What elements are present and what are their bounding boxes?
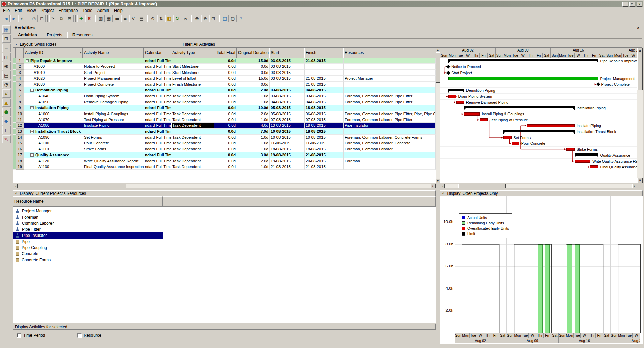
collapse-expand-box[interactable]: − <box>30 89 34 92</box>
menu-item-admin[interactable]: Admin <box>95 7 111 14</box>
finish-cell[interactable] <box>305 70 344 76</box>
scroll-down-button[interactable]: ▼ <box>436 179 440 183</box>
resources-cell[interactable] <box>344 152 436 158</box>
scroll-track[interactable] <box>637 53 643 178</box>
layout-options-bar[interactable]: ✓ Layout: Swiss Rides Filter: All Activi… <box>13 41 642 48</box>
resource-row[interactable]: Common Laborer <box>13 220 163 226</box>
calendar-cell[interactable]: ndard Full Time <box>144 99 171 105</box>
start-cell[interactable]: 03-08-2015 <box>270 93 305 99</box>
finish-cell[interactable]: 21-08-2015 <box>305 82 344 87</box>
issues-icon[interactable]: ● <box>2 108 11 116</box>
total-float-cell[interactable]: 0.0d <box>214 64 237 69</box>
activity-table-row[interactable]: 4A1020Project Managementndard Full TimeL… <box>13 76 436 81</box>
calendar-cell[interactable]: ndard Full Time <box>144 64 171 69</box>
total-float-cell[interactable]: 0.0d <box>214 117 237 123</box>
activity-name-cell[interactable]: Install Piping & Couplings <box>83 111 144 117</box>
column-header-calendar[interactable]: Calendar <box>144 48 171 58</box>
resources-cell[interactable] <box>344 129 436 135</box>
activity-name-cell[interactable]: Project Management <box>83 76 144 81</box>
activity-type-cell[interactable] <box>171 152 214 158</box>
thresholds-icon[interactable]: ▲ <box>2 99 11 107</box>
scroll-left-button[interactable]: ◄ <box>13 184 18 188</box>
start-cell[interactable]: 13-08-2015 <box>270 123 305 128</box>
activity-table-row[interactable]: 13−Installation Thrust Blockndard Full T… <box>13 129 436 135</box>
column-header-total-float[interactable]: Total Float <box>214 48 237 58</box>
calendar-cell[interactable]: ndard Full Time <box>144 123 171 128</box>
gantt-milestone[interactable] <box>446 65 450 68</box>
usage-display-bar[interactable]: ✓ Display: Open Projects Only <box>440 190 643 196</box>
start-cell[interactable]: 21-08-2015 <box>270 164 305 170</box>
checkbox-box[interactable] <box>77 333 82 338</box>
back-icon[interactable]: ◄ <box>2 15 10 22</box>
finish-cell[interactable]: 07-08-2015 <box>305 117 344 123</box>
group-sort-icon[interactable]: ▤ <box>138 15 145 22</box>
activity-name-cell[interactable]: Final Quality Assurance Inspection <box>83 164 144 170</box>
finish-cell[interactable]: 04-08-2015 <box>305 99 344 105</box>
resources-cell[interactable] <box>344 70 436 76</box>
home-icon[interactable]: ⌂ <box>18 15 26 22</box>
gantt-bar-task[interactable] <box>503 136 511 139</box>
resources-cell[interactable] <box>344 164 436 170</box>
collapse-expand-box[interactable]: − <box>30 106 34 109</box>
total-float-cell[interactable]: 0.0d <box>214 70 237 76</box>
paste-icon[interactable]: ⊟ <box>66 15 74 22</box>
scroll-track[interactable] <box>18 184 431 188</box>
activity-table-row[interactable]: 7A1040Drain Piping Systemndard Full Time… <box>13 93 436 99</box>
gantt-bar-task[interactable] <box>456 101 464 104</box>
gantt-bar-task[interactable] <box>480 118 487 121</box>
resources-display-bar[interactable]: ✓ Display: Current Project's Resources <box>13 190 436 196</box>
gantt-timescale-weeks[interactable]: Aug 02Aug 09Aug 16Aug 2 <box>440 48 637 53</box>
start-cell[interactable]: 19-08-2015 <box>270 158 305 164</box>
activity-name-cell[interactable]: Project Complete <box>83 82 144 87</box>
finish-cell[interactable]: 06-08-2015 <box>305 111 344 117</box>
resource-row[interactable]: Project Manager <box>13 208 163 214</box>
documents-icon[interactable]: ▯ <box>2 126 11 134</box>
scroll-left-button[interactable]: ◄ <box>440 184 445 188</box>
activity-type-cell[interactable]: Task Dependent <box>171 93 214 99</box>
scroll-up-button[interactable]: ▲ <box>436 48 440 52</box>
column-header-start[interactable]: Start <box>269 48 304 58</box>
columns-icon[interactable]: ▥ <box>97 15 105 22</box>
total-float-cell[interactable]: 0.0d <box>214 105 237 111</box>
gantt-bar-summary[interactable] <box>575 153 598 156</box>
total-float-cell[interactable]: 0.0d <box>214 135 237 140</box>
scroll-up-button[interactable]: ▲ <box>637 48 643 53</box>
resources-cell[interactable] <box>344 105 436 111</box>
finish-cell[interactable] <box>305 64 344 69</box>
activity-name-cell[interactable] <box>83 105 144 111</box>
start-cell[interactable]: 03-08-2015 <box>270 70 305 76</box>
menu-item-file[interactable]: File <box>1 7 12 14</box>
layout-options-icon[interactable]: ✓ <box>15 43 18 46</box>
activity-id-cell[interactable]: A1030 <box>24 82 83 87</box>
finish-cell[interactable]: 18-08-2015 <box>305 105 344 111</box>
activity-id-cell[interactable]: A1050 <box>24 99 83 105</box>
start-cell[interactable]: 05-08-2015 <box>270 111 305 117</box>
resources-cell[interactable] <box>344 87 436 93</box>
activity-type-cell[interactable] <box>171 105 214 111</box>
window-titlebar[interactable]: Primavera P6 Professional R15.1 : PIPE R… <box>1 1 643 7</box>
activity-table-row[interactable]: 17−Quality Assurancendard Full Time0.0d3… <box>13 152 436 158</box>
original-duration-cell[interactable]: 2.0d <box>237 111 270 117</box>
calendar-cell[interactable]: ndard Full Time <box>144 140 171 146</box>
close-button[interactable]: × <box>637 2 642 7</box>
filter-name[interactable]: Filter: All Activities <box>183 42 215 47</box>
activity-name-cell[interactable]: Insulate Piping <box>83 123 144 128</box>
resource-row[interactable]: Pipe Coupling <box>13 245 163 251</box>
calendar-cell[interactable]: ndard Full Time <box>144 135 171 140</box>
display-activities-bar[interactable]: Display Activities for selected... <box>13 324 436 330</box>
activity-name-cell[interactable]: Start Project <box>83 70 144 76</box>
resources-cell[interactable] <box>344 58 436 64</box>
original-duration-cell[interactable]: 15.0d <box>237 76 270 81</box>
activity-table-row[interactable]: 18A1120Write Quality Assurance Reportnda… <box>13 158 436 164</box>
activity-id-cell[interactable]: A1040 <box>24 93 83 99</box>
activity-name-cell[interactable]: Notice to Proceed <box>83 64 144 69</box>
activity-id-cell[interactable]: A1020 <box>24 76 83 81</box>
resources-cell[interactable]: Foreman, Common Laborer, Pipe Fitter, Pi… <box>344 111 436 117</box>
column-header-activity-id[interactable]: Activity ID▼ <box>24 48 83 58</box>
total-float-cell[interactable]: 0.0d <box>214 58 237 64</box>
start-cell[interactable]: 05-08-2015 <box>270 105 305 111</box>
gantt-view-icon[interactable]: ≡ <box>121 15 129 22</box>
gantt-bar-summary[interactable] <box>464 106 575 108</box>
gantt-bar-task[interactable] <box>527 124 575 127</box>
activity-type-cell[interactable]: Finish Milestone <box>171 82 214 87</box>
